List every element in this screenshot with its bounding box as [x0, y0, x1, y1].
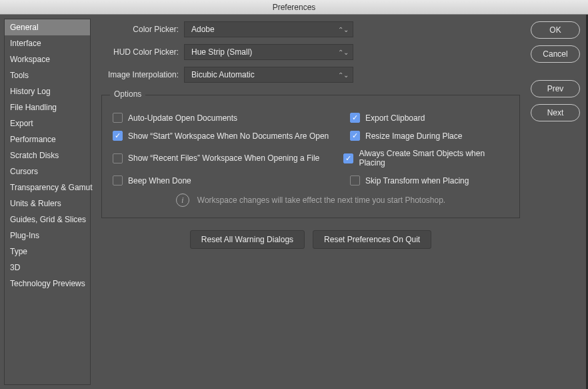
- checkbox-icon[interactable]: [113, 113, 123, 123]
- preferences-sidebar: GeneralInterfaceWorkspaceToolsHistory Lo…: [4, 19, 91, 385]
- sidebar-item-interface[interactable]: Interface: [5, 35, 90, 51]
- sidebar-item-label: History Log: [10, 87, 51, 96]
- sidebar-item-label: Guides, Grid & Slices: [10, 215, 86, 224]
- checkbox-icon[interactable]: [343, 153, 353, 163]
- checkbox-label: Resize Image During Place: [365, 131, 462, 141]
- checkbox-label: Skip Transform when Placing: [365, 176, 469, 185]
- sidebar-item-label: Units & Rulers: [10, 199, 61, 208]
- chevron-updown-icon: ⌃⌄: [338, 26, 349, 33]
- checkbox-icon[interactable]: [350, 131, 360, 141]
- sidebar-item-file-handling[interactable]: File Handling: [5, 99, 90, 115]
- option-left-3[interactable]: Beep When Done: [113, 175, 350, 185]
- options-legend: Options: [110, 89, 145, 99]
- color-picker-value: Adobe: [191, 25, 215, 34]
- chevron-updown-icon: ⌃⌄: [338, 49, 349, 56]
- cancel-button[interactable]: Cancel: [531, 45, 580, 63]
- option-left-2[interactable]: Show “Recent Files” Workspace When Openi…: [113, 149, 343, 167]
- option-right-0[interactable]: Export Clipboard: [350, 113, 425, 123]
- window-titlebar: Preferences: [0, 0, 588, 15]
- sidebar-item-label: Plug-Ins: [10, 231, 39, 240]
- reset-on-quit-label: Reset Preferences On Quit: [324, 235, 420, 244]
- prev-label: Prev: [547, 84, 564, 93]
- sidebar-item-label: Interface: [10, 39, 41, 48]
- dialog-buttons: OK Cancel Prev Next: [531, 15, 588, 389]
- sidebar-item-technology-previews[interactable]: Technology Previews: [5, 276, 90, 292]
- sidebar-item-type[interactable]: Type: [5, 244, 90, 260]
- checkbox-icon[interactable]: [350, 175, 360, 185]
- cancel-label: Cancel: [543, 49, 567, 59]
- sidebar-item-label: Cursors: [10, 167, 38, 176]
- reset-on-quit-button[interactable]: Reset Preferences On Quit: [313, 230, 431, 249]
- image-interpolation-label: Image Interpolation:: [101, 70, 179, 79]
- sidebar-item-cursors[interactable]: Cursors: [5, 163, 90, 179]
- reset-warnings-button[interactable]: Reset All Warning Dialogs: [190, 230, 305, 249]
- hud-color-picker-label: HUD Color Picker:: [101, 47, 179, 57]
- hud-color-picker-value: Hue Strip (Small): [191, 47, 252, 57]
- sidebar-item-workspace[interactable]: Workspace: [5, 51, 90, 67]
- option-right-2[interactable]: Always Create Smart Objects when Placing: [343, 149, 509, 167]
- sidebar-item-performance[interactable]: Performance: [5, 131, 90, 147]
- checkbox-label: Export Clipboard: [365, 113, 425, 123]
- chevron-updown-icon: ⌃⌄: [338, 71, 349, 79]
- reset-warnings-label: Reset All Warning Dialogs: [201, 235, 293, 244]
- checkbox-label: Show “Recent Files” Workspace When Openi…: [128, 153, 319, 163]
- sidebar-item-label: Scratch Disks: [10, 151, 59, 160]
- checkbox-icon[interactable]: [113, 131, 123, 141]
- sidebar-item-plug-ins[interactable]: Plug-Ins: [5, 228, 90, 244]
- option-right-3[interactable]: Skip Transform when Placing: [350, 175, 469, 185]
- sidebar-item-scratch-disks[interactable]: Scratch Disks: [5, 147, 90, 163]
- sidebar-item-transparency-gamut[interactable]: Transparency & Gamut: [5, 179, 90, 196]
- preferences-main: Color Picker: Adobe ⌃⌄ HUD Color Picker:…: [91, 15, 531, 389]
- sidebar-item-tools[interactable]: Tools: [5, 67, 90, 83]
- option-left-1[interactable]: Show “Start” Workspace When No Documents…: [113, 131, 350, 141]
- color-picker-select[interactable]: Adobe ⌃⌄: [184, 21, 353, 37]
- image-interpolation-value: Bicubic Automatic: [191, 70, 255, 79]
- prev-button[interactable]: Prev: [531, 80, 580, 97]
- options-info-row: i Workspace changes will take effect the…: [113, 193, 509, 207]
- sidebar-item-label: Performance: [10, 135, 56, 144]
- sidebar-item-general[interactable]: General: [5, 19, 90, 35]
- next-button[interactable]: Next: [531, 104, 580, 121]
- sidebar-item-label: Workspace: [10, 55, 50, 64]
- color-picker-label: Color Picker:: [101, 25, 179, 34]
- next-label: Next: [547, 108, 564, 117]
- sidebar-item-label: File Handling: [10, 103, 57, 112]
- sidebar-item-label: Tools: [10, 71, 29, 80]
- sidebar-item-3d[interactable]: 3D: [5, 260, 90, 276]
- option-left-0[interactable]: Auto-Update Open Documents: [113, 113, 350, 123]
- sidebar-item-units-rulers[interactable]: Units & Rulers: [5, 196, 90, 212]
- sidebar-item-label: 3D: [10, 263, 20, 272]
- checkbox-label: Always Create Smart Objects when Placing: [359, 149, 509, 167]
- checkbox-label: Show “Start” Workspace When No Documents…: [128, 131, 329, 141]
- info-icon: i: [176, 193, 189, 207]
- options-info-text: Workspace changes will take effect the n…: [197, 196, 445, 205]
- option-right-1[interactable]: Resize Image During Place: [350, 131, 462, 141]
- sidebar-item-history-log[interactable]: History Log: [5, 83, 90, 99]
- window-title: Preferences: [273, 3, 316, 12]
- image-interpolation-select[interactable]: Bicubic Automatic ⌃⌄: [184, 67, 353, 83]
- sidebar-item-guides-grid-slices[interactable]: Guides, Grid & Slices: [5, 212, 90, 228]
- checkbox-icon[interactable]: [113, 175, 123, 185]
- sidebar-item-label: Type: [10, 247, 27, 256]
- hud-color-picker-select[interactable]: Hue Strip (Small) ⌃⌄: [184, 44, 353, 60]
- checkbox-icon[interactable]: [113, 153, 123, 163]
- ok-label: OK: [549, 25, 561, 35]
- sidebar-item-label: Technology Previews: [10, 279, 85, 288]
- options-group: Options Auto-Update Open DocumentsExport…: [101, 95, 520, 218]
- sidebar-item-label: Transparency & Gamut: [10, 183, 93, 192]
- checkbox-label: Auto-Update Open Documents: [128, 113, 237, 123]
- sidebar-item-label: Export: [10, 119, 33, 128]
- sidebar-item-label: General: [10, 23, 39, 32]
- checkbox-label: Beep When Done: [128, 176, 191, 185]
- ok-button[interactable]: OK: [531, 21, 580, 39]
- checkbox-icon[interactable]: [350, 113, 360, 123]
- sidebar-item-export[interactable]: Export: [5, 115, 90, 131]
